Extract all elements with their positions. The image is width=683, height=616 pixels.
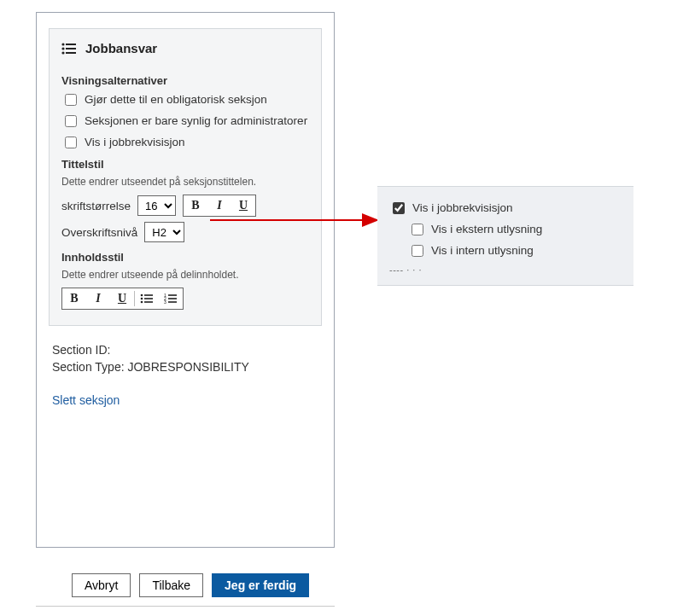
svg-point-0: [61, 43, 64, 45]
callout-internal-label: Vis i intern utlysning: [431, 243, 622, 259]
callout-panel: Vis i jobbrekvisisjon Vis i ekstern utly…: [377, 186, 633, 286]
section-settings-panel: Jobbansvar Visningsalternativer Gjør det…: [36, 12, 335, 548]
heading-level-select[interactable]: H2: [144, 222, 184, 242]
done-button[interactable]: Jeg er ferdig: [212, 573, 309, 597]
callout-external-label: Vis i ekstern utlysning: [431, 222, 622, 237]
content-italic-button[interactable]: I: [86, 288, 110, 309]
wizard-button-row: Avbryt Tilbake Jeg er ferdig: [72, 573, 309, 597]
list-icon: [61, 43, 77, 55]
checkbox-mandatory[interactable]: [65, 94, 77, 106]
content-toolbar-group: B I U 1 2 3: [61, 288, 184, 310]
svg-point-8: [141, 298, 143, 300]
delete-section-link[interactable]: Slett seksjon: [49, 393, 120, 407]
section-title: Jobbansvar: [85, 41, 157, 55]
svg-rect-17: [168, 301, 177, 303]
callout-show-in-req[interactable]: Vis i jobbrekvisisjon: [389, 200, 622, 217]
option-admin-only[interactable]: Seksjonen er bare synlig for administrat…: [61, 113, 309, 130]
back-button[interactable]: Tilbake: [139, 573, 203, 597]
section-meta: Section ID: Section Type: JOBRESPONSIBIL…: [49, 341, 322, 376]
option-show-in-req[interactable]: Vis i jobbrekvisisjon: [61, 135, 309, 151]
callout-checkbox-show-in-req[interactable]: [393, 202, 405, 214]
font-size-label: skriftstørrelse: [61, 200, 131, 212]
section-id-label: Section ID:: [52, 343, 110, 357]
bullet-list-icon: [140, 293, 154, 304]
callout-show-in-req-label: Vis i jobbrekvisisjon: [412, 200, 622, 216]
section-type-value: JOBRESPONSIBILITY: [127, 360, 248, 374]
checkbox-show-in-req[interactable]: [65, 137, 77, 148]
svg-point-2: [61, 47, 64, 49]
numbered-list-icon: 1 2 3: [164, 293, 178, 304]
svg-point-10: [141, 301, 143, 304]
section-type-label: Section Type:: [52, 360, 125, 374]
display-options-heading: Visningsalternativer: [61, 74, 309, 87]
svg-rect-7: [144, 294, 153, 296]
option-mandatory-label: Gjør dette til en obligatorisk seksjon: [85, 92, 309, 108]
svg-rect-3: [66, 48, 76, 49]
content-style-heading: Innholdsstil: [61, 251, 309, 264]
content-underline-button[interactable]: U: [110, 288, 134, 309]
svg-rect-11: [144, 301, 153, 303]
cancel-button[interactable]: Avbryt: [72, 573, 131, 597]
callout-arrow: [210, 210, 394, 230]
svg-text:3: 3: [164, 299, 166, 304]
svg-point-4: [61, 51, 64, 54]
option-admin-only-label: Seksjonen er bare synlig for administrat…: [85, 113, 309, 129]
callout-checkbox-external[interactable]: [412, 224, 423, 235]
callout-external[interactable]: Vis i ekstern utlysning: [408, 222, 622, 238]
callout-truncated-text: ---- · · ·: [389, 264, 622, 275]
font-size-select[interactable]: 16: [137, 195, 176, 216]
title-style-help: Dette endrer utseendet på seksjonstittel…: [61, 176, 309, 188]
svg-rect-15: [168, 298, 177, 299]
numbered-list-button[interactable]: 1 2 3: [159, 288, 183, 309]
svg-rect-1: [66, 44, 76, 45]
option-mandatory[interactable]: Gjør dette til en obligatorisk seksjon: [61, 92, 309, 108]
content-style-toolbar: B I U 1 2 3: [61, 288, 309, 310]
callout-internal[interactable]: Vis i intern utlysning: [408, 243, 622, 259]
checkbox-admin-only[interactable]: [65, 115, 77, 127]
heading-level-label: Overskriftsnivå: [61, 226, 137, 239]
section-header: Jobbansvar: [61, 29, 309, 67]
content-style-help: Dette endrer utseende på delinnholdet.: [61, 269, 309, 281]
section-settings-inner: Jobbansvar Visningsalternativer Gjør det…: [49, 28, 322, 326]
bottom-divider: [36, 606, 335, 607]
option-show-in-req-label: Vis i jobbrekvisisjon: [85, 135, 309, 150]
bullet-list-button[interactable]: [135, 288, 159, 309]
svg-point-6: [141, 294, 143, 297]
svg-rect-9: [144, 298, 153, 299]
callout-checkbox-internal[interactable]: [412, 245, 423, 257]
svg-rect-5: [66, 52, 76, 54]
title-style-heading: Tittelstil: [61, 158, 309, 171]
content-bold-button[interactable]: B: [62, 288, 86, 309]
svg-rect-13: [168, 294, 177, 296]
title-bold-button[interactable]: B: [184, 195, 207, 216]
